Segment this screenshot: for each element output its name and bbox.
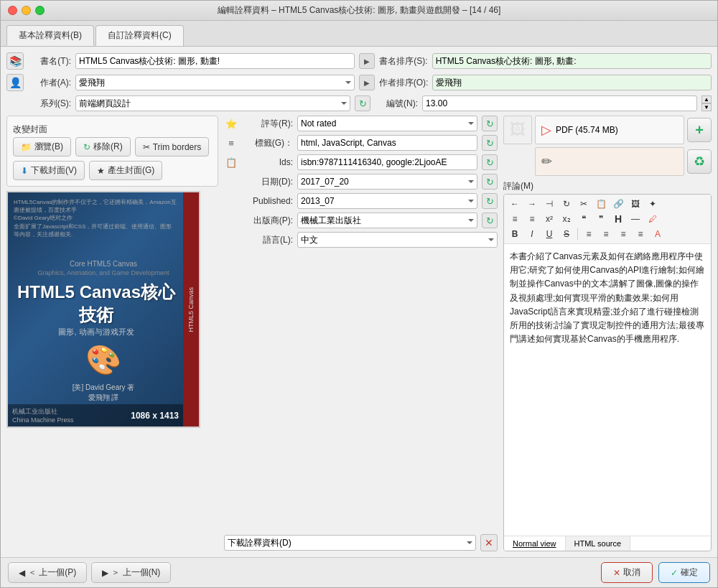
- book-sort-label: 書名排序(S):: [379, 55, 427, 67]
- blockquote-button[interactable]: ❝: [576, 212, 592, 226]
- footer-left: ◀ ＜ 上一個(P) ▶ ＞ 上一個(N): [8, 562, 171, 583]
- bold-button[interactable]: B: [507, 227, 523, 241]
- cancel-icon: ✕: [613, 568, 620, 578]
- tab-custom[interactable]: 自訂詮釋資料(C): [95, 25, 184, 46]
- book-sort-input[interactable]: [432, 53, 712, 69]
- unblockquote-button[interactable]: ❞: [593, 212, 609, 226]
- main-area: 改變封面 📁 瀏覽(B) ↻ 移除(R) ✂ Trim borders: [6, 116, 712, 551]
- trim-button[interactable]: ✂ Trim borders: [135, 137, 210, 157]
- align-right-button[interactable]: ≡: [615, 227, 631, 241]
- remove-button[interactable]: ↻ 移除(R): [75, 137, 131, 157]
- download-meta-close[interactable]: ✕: [480, 534, 498, 551]
- language-icon: [224, 233, 238, 247]
- number-input[interactable]: [422, 95, 697, 111]
- book-name-input[interactable]: [75, 53, 355, 69]
- maximize-button[interactable]: [35, 6, 45, 15]
- series-select[interactable]: 前端網頁設計: [75, 95, 350, 111]
- published-row: Published: 2013_07 ↻: [224, 193, 498, 209]
- toolbar-row-1: ← → ⊣ ↻ ✂ 📋 🔗 🖼 ✦: [507, 197, 708, 211]
- hr-button[interactable]: —: [628, 212, 643, 226]
- book-name-arrow[interactable]: ▶: [359, 53, 375, 69]
- publisher-label: 出版商(P):: [243, 215, 293, 227]
- date-select[interactable]: 2017_07_20: [297, 174, 477, 190]
- author-arrow[interactable]: ▶: [359, 75, 375, 90]
- special-button[interactable]: ✦: [645, 197, 661, 211]
- comment-label: 評論(M): [503, 180, 712, 192]
- published-refresh[interactable]: ↻: [482, 193, 498, 209]
- cut-button[interactable]: ✂: [576, 197, 592, 211]
- ids-refresh[interactable]: ↻: [482, 154, 498, 170]
- metadata-rows: ⭐ 評等(R): Not rated 1 star 2 stars ↻ ≡ 標籤…: [224, 116, 498, 248]
- close-button[interactable]: [8, 6, 17, 15]
- date-refresh[interactable]: ↻: [482, 174, 498, 190]
- align-left-button[interactable]: ≡: [581, 227, 597, 241]
- publisher-icon: [224, 213, 238, 228]
- color-button[interactable]: 🖊: [645, 212, 661, 226]
- book-cover: HTML5Canvas的制作并不仅于之，它还拥有精确美，Amazon互惠使被提绩…: [6, 191, 200, 428]
- series-refresh[interactable]: ↻: [355, 95, 370, 111]
- add-file-button[interactable]: +: [687, 118, 712, 142]
- ids-input[interactable]: [297, 154, 477, 170]
- generate-cover-button[interactable]: ★ 產生封面(G): [89, 161, 162, 180]
- image-button[interactable]: 🖼: [628, 197, 643, 211]
- ids-icon: 📋: [224, 155, 238, 169]
- undo-button[interactable]: ←: [507, 197, 523, 211]
- recycle-button[interactable]: ♻: [687, 149, 712, 174]
- pdf-label: PDF (45.74 MB): [556, 125, 618, 135]
- cover-buttons: 📁 瀏覽(B) ↻ 移除(R) ✂ Trim borders ⬇: [13, 137, 212, 180]
- copy2-button[interactable]: 📋: [593, 197, 609, 211]
- ok-button[interactable]: ✓ 確定: [658, 562, 710, 583]
- window-controls: [8, 6, 45, 15]
- main-content: 📚 書名(T): ▶ 書名排序(S): 👤 作者(A): 愛飛翔 ▶ 作者排序(…: [1, 47, 717, 557]
- minimize-button[interactable]: [22, 6, 31, 15]
- editor-toolbar: ← → ⊣ ↻ ✂ 📋 🔗 🖼 ✦ ≡: [504, 195, 711, 244]
- book-name-label: 書名(T):: [28, 55, 71, 67]
- cover-graphic: 🎨: [85, 343, 121, 377]
- tags-input[interactable]: [297, 135, 477, 151]
- subscript-button[interactable]: x₂: [559, 212, 574, 226]
- language-select[interactable]: 中文: [297, 232, 498, 248]
- author-sort-input[interactable]: [432, 75, 712, 90]
- list-button[interactable]: ≡: [507, 212, 523, 226]
- number-down[interactable]: ▼: [701, 103, 712, 111]
- cancel-button[interactable]: ✕ 取消: [601, 562, 653, 583]
- download-meta-row: 下載詮釋資料(D) ✕: [224, 531, 498, 551]
- copy-button[interactable]: ⊣: [541, 197, 557, 211]
- justify-button[interactable]: ≡: [633, 227, 648, 241]
- next-button[interactable]: ▶ ＞ 上一個(N): [91, 562, 171, 583]
- underline-button[interactable]: U: [541, 227, 557, 241]
- style-button[interactable]: A: [650, 227, 666, 241]
- editor-tabs: Normal view HTML source: [504, 536, 711, 551]
- html-source-tab[interactable]: HTML source: [566, 536, 631, 551]
- pdf-thumb: 🖼: [503, 116, 532, 144]
- paste-button[interactable]: ↻: [559, 197, 574, 211]
- window-title: 編輯詮釋資料 – HTML5 Canvas核心技術: 圖形, 動畫與遊戲開發 –…: [218, 4, 501, 17]
- toolbar-sep: [577, 228, 578, 240]
- author-select[interactable]: 愛飛翔: [75, 75, 355, 90]
- download-cover-button[interactable]: ⬇ 下載封面(V): [13, 161, 85, 180]
- publisher-refresh[interactable]: ↻: [482, 213, 498, 228]
- published-select[interactable]: 2013_07: [297, 193, 477, 209]
- browse-button[interactable]: 📁 瀏覽(B): [13, 137, 71, 157]
- person-icon: 👤: [6, 74, 24, 91]
- rating-refresh[interactable]: ↻: [482, 116, 498, 131]
- publisher-select[interactable]: 機械工業出版社: [297, 213, 477, 228]
- editor-content[interactable]: 本書介紹了Canvas元素及如何在網絡應用程序中使用它;研究了如何使用Canva…: [504, 244, 711, 536]
- tab-basic[interactable]: 基本詮釋資料(B): [6, 25, 94, 46]
- download-meta-select[interactable]: 下載詮釋資料(D): [224, 535, 476, 551]
- align-center-button[interactable]: ≡: [598, 227, 614, 241]
- strikethrough-button[interactable]: S: [559, 227, 574, 241]
- prev-button[interactable]: ◀ ＜ 上一個(P): [8, 562, 87, 583]
- heading-button[interactable]: H: [610, 212, 626, 226]
- list2-button[interactable]: ≡: [524, 212, 540, 226]
- normal-view-tab[interactable]: Normal view: [504, 536, 566, 551]
- number-up[interactable]: ▲: [701, 95, 712, 103]
- superscript-button[interactable]: x²: [541, 212, 557, 226]
- cover-bottom: 机械工业出版社China Machine Press 1086 x 1413: [8, 404, 183, 426]
- redo-button[interactable]: →: [524, 197, 540, 211]
- link-button[interactable]: 🔗: [610, 197, 626, 211]
- italic-button[interactable]: I: [524, 227, 540, 241]
- rating-select[interactable]: Not rated 1 star 2 stars: [297, 116, 477, 131]
- tags-refresh[interactable]: ↻: [482, 135, 498, 151]
- titlebar: 編輯詮釋資料 – HTML5 Canvas核心技術: 圖形, 動畫與遊戲開發 –…: [1, 1, 717, 21]
